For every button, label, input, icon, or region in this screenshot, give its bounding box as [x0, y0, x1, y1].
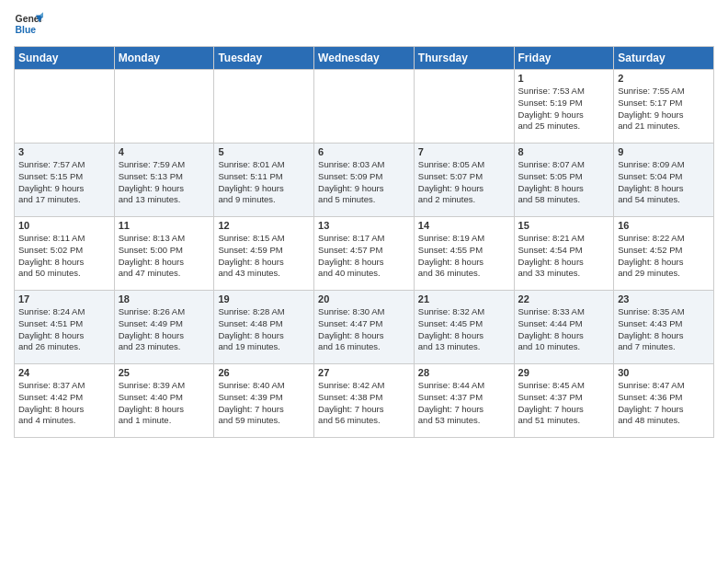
day-number: 21: [418, 293, 510, 304]
calendar-cell: 13Sunrise: 8:17 AMSunset: 4:57 PMDayligh…: [314, 217, 415, 291]
day-number: 15: [518, 220, 610, 231]
day-info: Sunrise: 8:13 AMSunset: 5:00 PMDaylight:…: [119, 233, 210, 280]
day-number: 22: [518, 293, 610, 304]
day-number: 8: [518, 146, 610, 157]
day-number: 1: [518, 73, 610, 84]
day-number: 2: [618, 73, 710, 84]
calendar-cell: 17Sunrise: 8:24 AMSunset: 4:51 PMDayligh…: [15, 291, 115, 364]
day-info: Sunrise: 8:28 AMSunset: 4:48 PMDaylight:…: [218, 306, 310, 353]
day-number: 24: [18, 367, 110, 378]
day-info: Sunrise: 8:30 AMSunset: 4:47 PMDaylight:…: [318, 306, 410, 353]
day-number: 13: [318, 220, 410, 231]
day-info: Sunrise: 7:57 AMSunset: 5:15 PMDaylight:…: [18, 159, 110, 206]
svg-text:Blue: Blue: [16, 25, 37, 35]
day-number: 14: [418, 220, 510, 231]
day-info: Sunrise: 8:45 AMSunset: 4:37 PMDaylight:…: [518, 380, 610, 427]
weekday-header-row: SundayMondayTuesdayWednesdayThursdayFrid…: [15, 47, 714, 70]
day-info: Sunrise: 7:53 AMSunset: 5:19 PMDaylight:…: [518, 86, 610, 132]
day-number: 4: [119, 146, 210, 157]
logo: General Blue: [14, 9, 47, 39]
day-info: Sunrise: 8:47 AMSunset: 4:36 PMDaylight:…: [618, 380, 710, 427]
day-info: Sunrise: 8:40 AMSunset: 4:39 PMDaylight:…: [218, 380, 310, 427]
calendar-cell: 28Sunrise: 8:44 AMSunset: 4:37 PMDayligh…: [414, 364, 514, 438]
header: General Blue: [14, 9, 714, 39]
day-info: Sunrise: 8:26 AMSunset: 4:49 PMDaylight:…: [119, 306, 210, 353]
calendar-cell: 20Sunrise: 8:30 AMSunset: 4:47 PMDayligh…: [314, 291, 415, 364]
day-info: Sunrise: 8:42 AMSunset: 4:38 PMDaylight:…: [318, 380, 410, 427]
calendar-cell: 16Sunrise: 8:22 AMSunset: 4:52 PMDayligh…: [614, 217, 714, 291]
calendar-cell: [15, 70, 115, 144]
day-info: Sunrise: 8:24 AMSunset: 4:51 PMDaylight:…: [18, 306, 110, 353]
day-number: 19: [218, 293, 310, 304]
day-info: Sunrise: 8:21 AMSunset: 4:54 PMDaylight:…: [518, 233, 610, 280]
calendar-cell: 19Sunrise: 8:28 AMSunset: 4:48 PMDayligh…: [214, 291, 314, 364]
day-number: 26: [218, 367, 310, 378]
day-info: Sunrise: 8:39 AMSunset: 4:40 PMDaylight:…: [119, 380, 210, 427]
day-info: Sunrise: 8:03 AMSunset: 5:09 PMDaylight:…: [318, 159, 410, 206]
day-info: Sunrise: 7:55 AMSunset: 5:17 PMDaylight:…: [618, 86, 710, 132]
calendar-cell: [314, 70, 415, 144]
calendar-cell: 8Sunrise: 8:07 AMSunset: 5:05 PMDaylight…: [514, 144, 614, 217]
weekday-header-saturday: Saturday: [614, 47, 714, 70]
calendar-cell: 5Sunrise: 8:01 AMSunset: 5:11 PMDaylight…: [214, 144, 314, 217]
page-container: General Blue SundayMondayTuesdayWednesda…: [0, 0, 728, 447]
day-info: Sunrise: 8:32 AMSunset: 4:45 PMDaylight:…: [418, 306, 510, 353]
calendar-cell: 11Sunrise: 8:13 AMSunset: 5:00 PMDayligh…: [114, 217, 214, 291]
weekday-header-friday: Friday: [514, 47, 614, 70]
weekday-header-monday: Monday: [114, 47, 214, 70]
calendar-cell: 10Sunrise: 8:11 AMSunset: 5:02 PMDayligh…: [15, 217, 115, 291]
calendar-cell: 1Sunrise: 7:53 AMSunset: 5:19 PMDaylight…: [514, 70, 614, 144]
calendar-cell: 26Sunrise: 8:40 AMSunset: 4:39 PMDayligh…: [214, 364, 314, 438]
day-number: 11: [119, 220, 210, 231]
day-info: Sunrise: 8:17 AMSunset: 4:57 PMDaylight:…: [318, 233, 410, 280]
calendar-week-1: 1Sunrise: 7:53 AMSunset: 5:19 PMDaylight…: [15, 70, 714, 144]
calendar-week-2: 3Sunrise: 7:57 AMSunset: 5:15 PMDaylight…: [15, 144, 714, 217]
day-number: 12: [218, 220, 310, 231]
calendar-cell: [414, 70, 514, 144]
weekday-header-sunday: Sunday: [15, 47, 115, 70]
calendar-week-4: 17Sunrise: 8:24 AMSunset: 4:51 PMDayligh…: [15, 291, 714, 364]
calendar-cell: 9Sunrise: 8:09 AMSunset: 5:04 PMDaylight…: [614, 144, 714, 217]
day-number: 25: [119, 367, 210, 378]
calendar-cell: 6Sunrise: 8:03 AMSunset: 5:09 PMDaylight…: [314, 144, 415, 217]
day-number: 28: [418, 367, 510, 378]
calendar-cell: 14Sunrise: 8:19 AMSunset: 4:55 PMDayligh…: [414, 217, 514, 291]
day-info: Sunrise: 8:07 AMSunset: 5:05 PMDaylight:…: [518, 159, 610, 206]
day-info: Sunrise: 8:22 AMSunset: 4:52 PMDaylight:…: [618, 233, 710, 280]
day-info: Sunrise: 8:05 AMSunset: 5:07 PMDaylight:…: [418, 159, 510, 206]
weekday-header-wednesday: Wednesday: [314, 47, 415, 70]
calendar-week-3: 10Sunrise: 8:11 AMSunset: 5:02 PMDayligh…: [15, 217, 714, 291]
calendar-cell: 7Sunrise: 8:05 AMSunset: 5:07 PMDaylight…: [414, 144, 514, 217]
calendar-cell: 15Sunrise: 8:21 AMSunset: 4:54 PMDayligh…: [514, 217, 614, 291]
calendar-week-5: 24Sunrise: 8:37 AMSunset: 4:42 PMDayligh…: [15, 364, 714, 438]
logo-icon: General Blue: [14, 9, 43, 39]
day-info: Sunrise: 8:33 AMSunset: 4:44 PMDaylight:…: [518, 306, 610, 353]
calendar-cell: 4Sunrise: 7:59 AMSunset: 5:13 PMDaylight…: [114, 144, 214, 217]
day-number: 16: [618, 220, 710, 231]
calendar-cell: 22Sunrise: 8:33 AMSunset: 4:44 PMDayligh…: [514, 291, 614, 364]
calendar-cell: 29Sunrise: 8:45 AMSunset: 4:37 PMDayligh…: [514, 364, 614, 438]
calendar-cell: [114, 70, 214, 144]
calendar-cell: [214, 70, 314, 144]
day-number: 9: [618, 146, 710, 157]
calendar-cell: 2Sunrise: 7:55 AMSunset: 5:17 PMDaylight…: [614, 70, 714, 144]
day-info: Sunrise: 8:44 AMSunset: 4:37 PMDaylight:…: [418, 380, 510, 427]
calendar-cell: 21Sunrise: 8:32 AMSunset: 4:45 PMDayligh…: [414, 291, 514, 364]
calendar-table: SundayMondayTuesdayWednesdayThursdayFrid…: [14, 46, 714, 438]
day-number: 10: [18, 220, 110, 231]
calendar-cell: 30Sunrise: 8:47 AMSunset: 4:36 PMDayligh…: [614, 364, 714, 438]
day-info: Sunrise: 8:19 AMSunset: 4:55 PMDaylight:…: [418, 233, 510, 280]
calendar-cell: 23Sunrise: 8:35 AMSunset: 4:43 PMDayligh…: [614, 291, 714, 364]
day-number: 7: [418, 146, 510, 157]
day-info: Sunrise: 8:37 AMSunset: 4:42 PMDaylight:…: [18, 380, 110, 427]
day-info: Sunrise: 8:15 AMSunset: 4:59 PMDaylight:…: [218, 233, 310, 280]
day-number: 3: [18, 146, 110, 157]
day-number: 17: [18, 293, 110, 304]
day-info: Sunrise: 8:11 AMSunset: 5:02 PMDaylight:…: [18, 233, 110, 280]
calendar-cell: 25Sunrise: 8:39 AMSunset: 4:40 PMDayligh…: [114, 364, 214, 438]
calendar-cell: 12Sunrise: 8:15 AMSunset: 4:59 PMDayligh…: [214, 217, 314, 291]
weekday-header-thursday: Thursday: [414, 47, 514, 70]
day-number: 30: [618, 367, 710, 378]
day-number: 29: [518, 367, 610, 378]
day-number: 6: [318, 146, 410, 157]
